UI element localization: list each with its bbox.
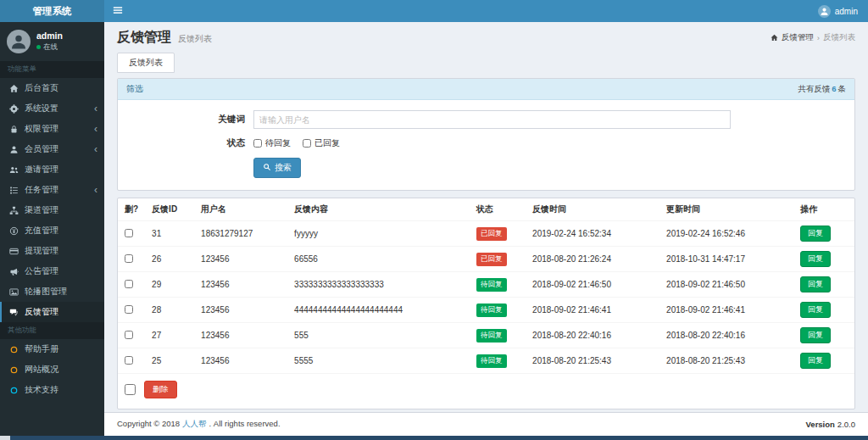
reply-button[interactable]: 回复 [800, 353, 831, 369]
row-checkbox[interactable] [125, 305, 133, 314]
sidebar-item-label: 反馈管理 [25, 306, 58, 318]
cell-feedback-id: 31 [145, 221, 194, 247]
filter-panel-header: 筛选 共有反馈6条 [118, 79, 854, 100]
column-header: 状态 [470, 198, 526, 221]
sidebar-menu-other: 帮助手册网站概况技术支持 [0, 339, 104, 400]
sidebar-item[interactable]: 公告管理 [0, 261, 104, 281]
row-checkbox[interactable] [125, 331, 133, 339]
breadcrumb-root[interactable]: 反馈管理 [782, 32, 814, 43]
sidebar-item[interactable]: 反馈管理 [0, 302, 104, 322]
cell-update-time: 2018-08-20 22:40:16 [659, 323, 793, 348]
search-button[interactable]: 搜索 [253, 158, 301, 178]
reply-button[interactable]: 回复 [800, 251, 831, 267]
sidebar-item[interactable]: 邀请管理 [0, 159, 104, 180]
menu-section-header: 功能菜单 [0, 61, 104, 78]
sidebar-item-label: 提现管理 [25, 245, 58, 257]
user-avatar-icon [818, 5, 831, 18]
sidebar-item[interactable]: 帮助手册 [0, 339, 104, 359]
avatar [7, 30, 31, 53]
sidebar-item[interactable]: 会员管理‹ [0, 139, 104, 159]
sidebar-item-label: 渠道管理 [25, 204, 58, 216]
sidebar-toggle-button[interactable] [104, 0, 131, 22]
checkbox-replied[interactable]: 已回复 [303, 137, 340, 149]
status-badge: 待回复 [476, 278, 507, 292]
sidebar-item[interactable]: 提现管理 [0, 241, 104, 261]
topbar-user-menu[interactable]: admin [808, 0, 868, 22]
sitemap-icon [8, 206, 19, 215]
gear-icon [8, 104, 19, 114]
tab-bar: 反馈列表 [104, 53, 868, 73]
tab-feedback-list[interactable]: 反馈列表 [117, 53, 175, 73]
cell-feedback-time: 2018-08-20 21:25:43 [526, 348, 659, 374]
sidebar-item-label: 任务管理 [25, 184, 58, 196]
sidebar-item[interactable]: 系统设置‹ [0, 98, 104, 119]
cell-feedback-time: 2018-09-02 21:46:41 [526, 298, 659, 323]
sidebar-item-label: 邀请管理 [25, 164, 58, 175]
select-all-checkbox[interactable] [125, 384, 136, 395]
home-icon [771, 34, 778, 42]
cell-content: 44444444444444444444444 [287, 298, 470, 323]
sidebar-item[interactable]: 充值管理 [0, 220, 104, 241]
cell-content: 5555 [287, 348, 470, 374]
sidebar-item-label: 后台首页 [25, 82, 58, 94]
filter-title: 筛选 [126, 83, 143, 95]
chevron-left-icon: ‹ [94, 185, 97, 195]
footer: Copyright © 2018人人帮. All rights reserved… [104, 412, 868, 436]
breadcrumb: 反馈管理 › 反馈列表 [771, 32, 855, 43]
sidebar-item[interactable]: 渠道管理 [0, 200, 104, 220]
reply-button[interactable]: 回复 [800, 327, 831, 343]
reply-button[interactable]: 回复 [800, 302, 831, 318]
table-header-row: 删?反馈ID用户名反馈内容状态反馈时间更新时间操作 [118, 198, 854, 221]
tasks-icon [8, 186, 19, 195]
status-badge: 待回复 [476, 329, 507, 343]
replied-checkbox[interactable] [303, 139, 311, 148]
feedback-table: 删?反馈ID用户名反馈内容状态反馈时间更新时间操作 3118631279127f… [118, 198, 854, 374]
checkbox-pending[interactable]: 待回复 [253, 137, 291, 149]
cell-feedback-id: 29 [145, 272, 194, 298]
cell-feedback-id: 28 [145, 298, 194, 323]
sidebar-item-label: 系统设置 [25, 103, 58, 114]
row-checkbox[interactable] [125, 356, 133, 365]
cell-update-time: 2018-10-31 14:47:17 [659, 247, 793, 272]
app-logo[interactable]: 管理系统 [0, 0, 104, 22]
column-header: 删? [118, 198, 145, 221]
table-row: 2612345666556已回复2018-08-20 21:26:242018-… [118, 247, 854, 272]
sidebar-item[interactable]: 后台首页 [0, 78, 104, 98]
cell-feedback-id: 26 [145, 247, 194, 272]
bulk-delete-row: 删除 [118, 374, 854, 407]
row-checkbox[interactable] [125, 229, 133, 237]
cell-feedback-id: 27 [145, 323, 194, 348]
sidebar-item[interactable]: 权限管理‹ [0, 119, 104, 139]
row-checkbox[interactable] [125, 254, 133, 263]
sidebar-item[interactable]: 轮播图管理 [0, 281, 104, 302]
row-checkbox[interactable] [125, 280, 133, 288]
cell-content: 555 [287, 323, 470, 348]
column-header: 用户名 [194, 198, 287, 221]
table-row: 2812345644444444444444444444444待回复2018-0… [118, 298, 854, 323]
keyword-input[interactable] [253, 110, 731, 129]
home-icon [8, 84, 19, 93]
reply-button[interactable]: 回复 [800, 276, 831, 292]
breadcrumb-current: 反馈列表 [823, 32, 855, 43]
filter-panel: 筛选 共有反馈6条 关键词 状态 待回复 已回复 [117, 78, 855, 191]
delete-button[interactable]: 删除 [144, 381, 177, 398]
pending-checkbox[interactable] [253, 139, 262, 148]
cell-update-time: 2018-08-20 21:25:43 [659, 348, 793, 374]
column-header: 更新时间 [659, 198, 793, 221]
lock-icon [8, 125, 19, 134]
content-wrapper: 反馈管理 反馈列表 反馈管理 › 反馈列表 反馈列表 筛选 共有反馈6条 关键词 [104, 22, 868, 436]
feedback-table-panel: 删?反馈ID用户名反馈内容状态反馈时间更新时间操作 3118631279127f… [117, 198, 855, 409]
content-header: 反馈管理 反馈列表 反馈管理 › 反馈列表 [104, 22, 868, 51]
sidebar-item[interactable]: 网站概况 [0, 359, 104, 380]
page-title: 反馈管理 [117, 29, 171, 47]
sidebar-item-label: 会员管理 [25, 143, 58, 155]
status-badge: 已回复 [476, 227, 507, 241]
sidebar-item-label: 轮播图管理 [25, 286, 67, 298]
users-icon [8, 165, 19, 175]
sidebar-item[interactable]: 技术支持 [0, 380, 104, 400]
reply-button[interactable]: 回复 [800, 226, 831, 242]
copyright-text: Copyright © 2018人人帮. All rights reserved… [117, 419, 281, 430]
brand-link[interactable]: 人人帮 [182, 419, 207, 428]
cell-content: 66556 [287, 247, 470, 272]
sidebar-item[interactable]: 任务管理‹ [0, 180, 104, 200]
